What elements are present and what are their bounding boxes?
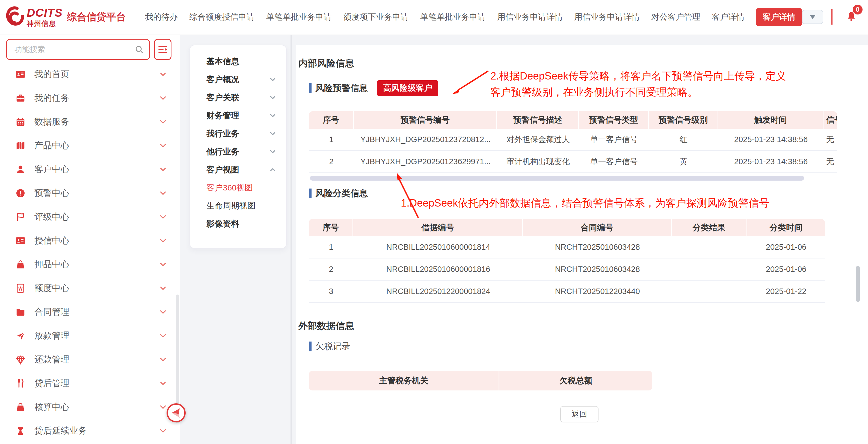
table-cell: 无 [824, 151, 837, 173]
user-profile-icon[interactable] [867, 11, 868, 23]
chevron-down-icon [269, 148, 277, 156]
table-row[interactable]: 2NRCBILL2025010600001816NRCHT20250106034… [309, 259, 825, 280]
submenu-item[interactable]: 他行业务 [190, 143, 286, 161]
column-header: 合同编号 [523, 219, 672, 236]
notifications-button[interactable]: 0 [846, 11, 857, 23]
search-input[interactable] [14, 45, 134, 54]
main-content: 内部风险信息 风险预警信息 高风险级客户 2.根据DeepSeek传导策略，将客… [296, 45, 868, 444]
table-cell: 审计机构出现变化 [497, 151, 579, 173]
brand-name: DCITS [27, 7, 63, 19]
sidebar-toggle-button[interactable] [166, 403, 186, 422]
top-nav-item[interactable]: 单笔单批业务申请 [266, 11, 332, 23]
sidebar-item[interactable]: 额度中心 [0, 276, 180, 300]
sidebar-item[interactable]: 评级中心 [0, 205, 180, 229]
column-header: 触发时间 [718, 111, 824, 129]
table-cell: 2025-01-22 [747, 280, 825, 303]
chevron-down-icon [269, 76, 277, 84]
submenu-item[interactable]: 客户关联 [190, 89, 286, 107]
chevron-down-icon [269, 93, 277, 101]
chevron-down-icon [158, 260, 168, 269]
table-cell: 2025-01-23 14:38:56 [718, 129, 824, 151]
column-header: 序号 [309, 219, 353, 236]
top-nav-item[interactable]: 额度项下业务申请 [343, 11, 409, 23]
page-scrollbar[interactable] [856, 266, 860, 302]
submenu-item[interactable]: 客户360视图 [190, 179, 286, 197]
hourglass-icon [15, 426, 26, 436]
menu-collapse-button[interactable] [154, 39, 172, 60]
table-row[interactable]: 1NRCBILL2025010600001814NRCHT20250106034… [309, 236, 825, 259]
chevron-down-icon [158, 165, 168, 174]
back-button[interactable]: 返回 [560, 406, 598, 422]
bag-icon [15, 259, 26, 270]
doc-icon [15, 283, 26, 293]
sidebar-item[interactable]: 放款管理 [0, 324, 180, 348]
tax-table: 主管税务机关欠税总额 [309, 371, 652, 390]
top-nav-item[interactable]: 用信业务申请详情 [574, 11, 640, 23]
sidebar-item[interactable]: 合同管理 [0, 300, 180, 324]
tabs-dropdown-button[interactable] [802, 10, 823, 24]
sidebar-item[interactable]: 我的任务 [0, 86, 180, 110]
chevron-down-icon [158, 117, 168, 126]
column-header: 信号状态 [824, 111, 837, 129]
platform-title: 综合信贷平台 [67, 10, 126, 24]
top-nav-item[interactable]: 我的待办 [145, 11, 178, 23]
top-nav-item[interactable]: 对公客户管理 [651, 11, 700, 23]
hamburger-icon [157, 45, 168, 54]
column-header: 借据编号 [353, 219, 523, 236]
sidebar-item[interactable]: 预警中心 [0, 181, 180, 205]
table-cell: NRCHT2025010603428 [523, 236, 672, 259]
table-row[interactable]: 2YJBHYJXH_DGP20250123629971...审计机构出现变化单一… [309, 151, 837, 173]
table-row[interactable]: 3NRCBILL2025012200001824NRCHT20250122034… [309, 280, 825, 303]
risk-class-table: 序号借据编号合同编号分类结果分类时间1NRCBILL20250106000018… [309, 219, 825, 303]
column-header: 分类时间 [747, 219, 825, 236]
submenu-item[interactable]: 财务管理 [190, 107, 286, 125]
customer-submenu: 基本信息 客户概况 客户关联 财务管理 我行业务 他行业务 客户视图 客户360… [189, 45, 287, 249]
chevron-up-icon [269, 166, 277, 174]
annotation-arrow-2 [448, 69, 492, 99]
sidebar-item[interactable]: 客户中心 [0, 157, 180, 181]
table-cell: 2 [309, 151, 354, 173]
submenu-item[interactable]: 基本信息 [190, 53, 286, 70]
chevron-down-icon [158, 426, 168, 436]
sidebar-item[interactable]: 我的首页 [0, 62, 180, 86]
table-cell: NRCHT2025012203440 [523, 280, 672, 303]
submenu-item[interactable]: 影像资料 [190, 215, 286, 233]
user-icon [15, 164, 26, 175]
top-nav-item[interactable]: 用信业务申请详情 [497, 11, 563, 23]
top-nav-item[interactable]: 客户详情 [712, 11, 745, 23]
section-marker [309, 188, 312, 198]
active-tab-customer-detail[interactable]: 客户详情 [756, 8, 802, 26]
function-search [6, 39, 150, 60]
column-header: 预警信号类型 [579, 111, 649, 129]
alert-icon [15, 188, 26, 198]
notification-badge: 0 [853, 5, 863, 14]
external-data-title: 外部数据信息 [299, 320, 354, 332]
gem-icon [15, 354, 26, 365]
sidebar-item[interactable]: 还款管理 [0, 348, 180, 371]
table-cell: 2025-01-06 [747, 236, 825, 259]
sidebar-item[interactable]: 贷后管理 [0, 371, 180, 395]
chevron-down-icon [810, 15, 815, 19]
sidebar-item[interactable]: 数据服务 [0, 110, 180, 134]
submenu-item[interactable]: 客户视图 [190, 161, 286, 179]
top-nav-item[interactable]: 单笔单批业务申请 [420, 11, 486, 23]
sidebar-item[interactable]: 押品中心 [0, 253, 180, 276]
top-nav-item[interactable]: 综合额度授信申请 [189, 11, 255, 23]
chevron-down-icon [269, 112, 277, 120]
chevron-down-icon [158, 307, 168, 317]
chevron-down-icon [158, 188, 168, 198]
horizontal-scrollbar[interactable] [310, 176, 804, 181]
sidebar-item[interactable]: 产品中心 [0, 134, 180, 157]
sidebar: 我的首页 我的任务 数据服务 产品中心 客户中心 预警中心 评级中心 授信中心 … [0, 35, 180, 444]
submenu-item[interactable]: 生命周期视图 [190, 197, 286, 215]
table-row[interactable]: 1YJBHYJXH_DGP20250123720812...对外担保金额过大单一… [309, 129, 837, 151]
app-body: 我的首页 我的任务 数据服务 产品中心 客户中心 预警中心 评级中心 授信中心 … [0, 35, 868, 444]
sidebar-item[interactable]: 核算中心 [0, 395, 180, 419]
submenu-item[interactable]: 我行业务 [190, 125, 286, 143]
column-header: 预警信号级别 [649, 111, 718, 129]
sidebar-item[interactable]: 贷后延续业务 [0, 419, 180, 443]
chevron-down-icon [158, 70, 168, 79]
sidebar-item[interactable]: 授信中心 [0, 229, 180, 253]
submenu-item[interactable]: 客户概况 [190, 70, 286, 89]
panel-divider [290, 35, 291, 444]
